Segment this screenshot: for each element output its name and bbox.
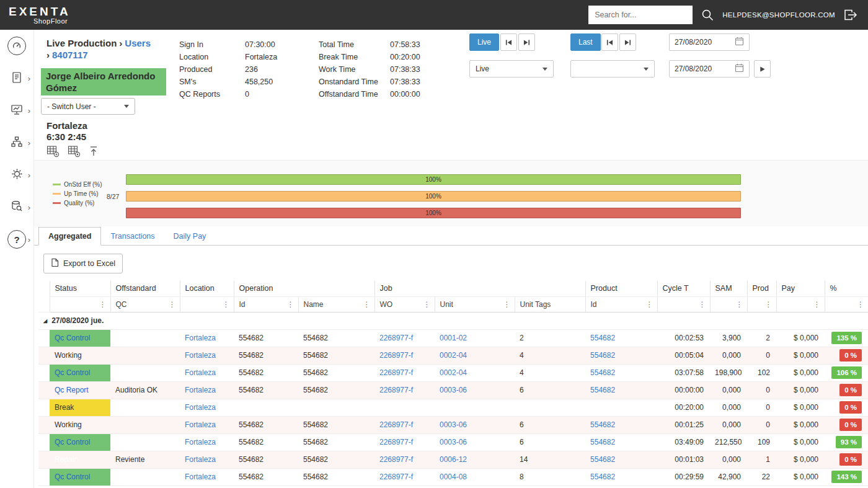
subheader-product-id[interactable]: Id <box>585 296 657 312</box>
job-unit-link[interactable]: 0002-04 <box>435 347 515 364</box>
job-unit-link[interactable]: 0003-06 <box>435 416 515 433</box>
search-input[interactable] <box>588 6 693 24</box>
job-unit-link[interactable]: 0006-12 <box>435 451 515 468</box>
colheader-offstandard[interactable]: Offstandard <box>110 281 180 296</box>
skip-start-button[interactable] <box>500 33 517 51</box>
status-cell[interactable]: Qc Control <box>50 468 110 486</box>
job-wo-link[interactable]: 2268977-f <box>374 381 435 399</box>
date-from-input[interactable]: 27/08/2020 <box>669 33 750 51</box>
sidebar-item-reports[interactable]: › <box>0 62 33 94</box>
tab-daily-pay[interactable]: Daily Pay <box>164 228 216 245</box>
location-link[interactable]: Fortaleza <box>180 364 234 381</box>
job-unit-link[interactable]: 0002-04 <box>435 364 515 381</box>
subheader-sam[interactable] <box>710 296 747 312</box>
table-row[interactable]: WorkingFortaleza5546825546822268977-f000… <box>38 347 868 364</box>
job-unit-link[interactable]: 0004-08 <box>435 468 515 486</box>
status-cell[interactable]: Working <box>50 416 110 433</box>
play-button[interactable] <box>754 60 771 78</box>
job-wo-link[interactable]: 2268977-f <box>374 433 435 451</box>
colheader-location[interactable]: Location <box>180 281 234 296</box>
date-to-input[interactable]: 27/08/2020 <box>669 60 750 78</box>
job-unit-link[interactable]: 0001-02 <box>435 329 515 347</box>
colheader-sam[interactable]: SAM <box>710 281 747 296</box>
product-id-link[interactable]: 554682 <box>585 329 657 347</box>
colheader-operation[interactable]: Operation <box>234 281 374 296</box>
subheader-wo[interactable]: WO <box>374 296 435 312</box>
job-unit-link[interactable]: 0003-06 <box>435 433 515 451</box>
status-cell[interactable]: Break <box>50 399 110 416</box>
subheader-operation-id[interactable]: Id <box>234 296 298 312</box>
subheader-qc[interactable]: QC <box>110 296 180 312</box>
job-wo-link[interactable]: 2268977-f <box>374 347 435 364</box>
skip-end-button[interactable] <box>518 33 535 51</box>
location-link[interactable]: Fortaleza <box>180 433 234 451</box>
collapse-triangle-icon[interactable] <box>43 318 47 324</box>
group-row[interactable]: 27/08/2020 jue. <box>38 312 868 329</box>
colheader-prod[interactable]: Prod <box>747 281 776 296</box>
subheader-location[interactable] <box>180 296 234 312</box>
breadcrumb-user-id[interactable]: 8407117 <box>52 50 88 60</box>
table-row[interactable]: WorkingFortaleza5546825546822268977-f000… <box>38 416 868 433</box>
job-wo-link[interactable]: 2268977-f <box>374 364 435 381</box>
job-wo-link[interactable]: 2268977-f <box>374 416 435 433</box>
subheader-unit[interactable]: Unit <box>435 296 515 312</box>
table-row[interactable]: Qc ControlFortaleza5546825546822268977-f… <box>38 468 868 486</box>
status-cell[interactable]: Working <box>50 347 110 364</box>
table-row[interactable]: Qc ReportAuditoria OKFortaleza5546825546… <box>38 381 868 399</box>
table-row[interactable]: Qc ControlFortaleza5546825546822268977-f… <box>38 329 868 347</box>
product-id-link[interactable]: 554682 <box>585 416 657 433</box>
grid-expand-icon[interactable] <box>46 145 60 157</box>
breadcrumb-users-link[interactable]: Users <box>125 38 151 48</box>
job-wo-link[interactable] <box>374 399 435 416</box>
subheader-pay[interactable] <box>776 296 825 312</box>
sidebar-item-settings[interactable]: › <box>0 159 33 191</box>
colheader-cycle-t[interactable]: Cycle T <box>657 281 710 296</box>
product-id-link[interactable]: 554682 <box>585 433 657 451</box>
status-cell[interactable]: Qc Control <box>50 364 110 381</box>
mode-select[interactable]: Live <box>469 60 554 78</box>
location-link[interactable]: Fortaleza <box>180 399 234 416</box>
status-cell[interactable]: Qc Report <box>50 381 110 399</box>
sidebar-item-data-query[interactable]: › <box>0 191 33 223</box>
table-row[interactable]: Qc ControlFortaleza5546825546822268977-f… <box>38 433 868 451</box>
tab-transactions[interactable]: Transactions <box>101 228 164 245</box>
colheader-product[interactable]: Product <box>585 281 657 296</box>
location-link[interactable]: Fortaleza <box>180 416 234 433</box>
location-link[interactable]: Fortaleza <box>180 329 234 347</box>
sidebar-item-monitoring[interactable]: › <box>0 94 33 126</box>
location-link[interactable]: Fortaleza <box>180 381 234 399</box>
status-cell[interactable]: Qc Control <box>50 433 110 451</box>
last-button[interactable]: Last <box>570 33 601 51</box>
product-id-link[interactable]: 554682 <box>585 364 657 381</box>
table-row[interactable]: Qc ControlFortaleza5546825546822268977-f… <box>38 364 868 381</box>
sidebar-item-dashboard[interactable] <box>0 30 33 62</box>
subheader-cycle-t[interactable] <box>657 296 710 312</box>
subheader-percent[interactable] <box>825 296 868 312</box>
colheader-percent[interactable]: % <box>825 281 868 296</box>
colheader-status[interactable]: Status <box>50 281 110 296</box>
sidebar-item-organization[interactable]: › <box>0 126 33 159</box>
scroll-to-top-icon[interactable] <box>89 145 99 157</box>
table-row[interactable]: RepairRevienteFortaleza55468255468222689… <box>38 451 868 468</box>
live-button[interactable]: Live <box>469 33 499 51</box>
location-link[interactable]: Fortaleza <box>180 468 234 486</box>
export-to-excel-button[interactable]: Export to Excel <box>43 254 123 273</box>
subheader-unit-tags[interactable]: Unit Tags <box>515 296 585 312</box>
product-id-link[interactable]: 554682 <box>585 347 657 364</box>
product-id-link[interactable]: 554682 <box>585 468 657 486</box>
product-id-link[interactable] <box>585 399 657 416</box>
search-icon[interactable] <box>701 8 714 22</box>
switch-user-select[interactable]: - Switch User - <box>41 98 135 115</box>
logout-icon[interactable] <box>843 8 858 22</box>
subheader-prod[interactable] <box>747 296 776 312</box>
tab-aggregated[interactable]: Aggregated <box>38 227 101 246</box>
product-id-link[interactable]: 554682 <box>585 381 657 399</box>
job-unit-link[interactable] <box>435 399 515 416</box>
job-wo-link[interactable]: 2268977-f <box>374 451 435 468</box>
skip-start-button[interactable] <box>601 33 618 51</box>
grid-remove-icon[interactable] <box>68 145 81 157</box>
location-link[interactable]: Fortaleza <box>180 347 234 364</box>
sidebar-item-help[interactable]: › <box>0 223 33 255</box>
status-cell[interactable]: Repair <box>50 451 110 468</box>
colheader-pay[interactable]: Pay <box>776 281 825 296</box>
